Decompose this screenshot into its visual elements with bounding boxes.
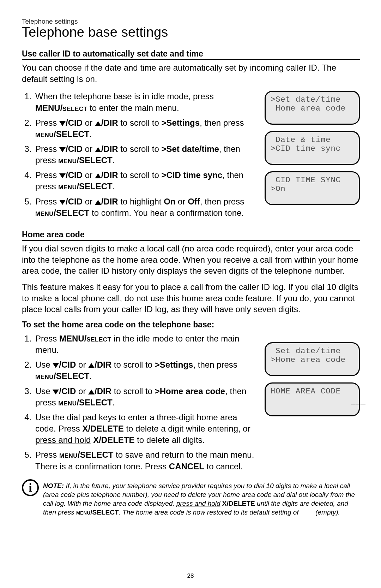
lcd-screen-5: HOME AREA CODE ___	[265, 382, 360, 416]
section2-para1: If you dial seven digits to make a local…	[22, 243, 360, 277]
xdelete-key: X/DELETE	[93, 435, 134, 445]
settings-menu: >Settings	[161, 118, 200, 127]
lcd-line: >CID time sync	[271, 144, 354, 153]
press-and-hold: press and hold	[35, 435, 91, 445]
text: to scroll to	[118, 170, 162, 180]
text: to delete a digit while entering, or	[124, 424, 250, 433]
text: .	[113, 182, 115, 191]
text: to highlight	[118, 197, 164, 206]
off-option: Off	[188, 197, 200, 206]
text: , then press	[200, 118, 244, 127]
select-key: /SELECT	[54, 129, 89, 139]
breadcrumb: Telephone settings	[22, 18, 360, 25]
arrow-up-icon	[95, 147, 101, 152]
text: Use	[35, 386, 53, 396]
section2-para2: This feature makes it easy for you to pl…	[22, 281, 360, 315]
text: . The home area code is now restored to …	[119, 509, 340, 516]
text: or	[76, 360, 88, 369]
lcd-screen-4: Set date/time >Home area code	[265, 342, 360, 376]
section1-intro: You can choose if the date and time are …	[22, 62, 360, 84]
menu-key: MENU/	[59, 334, 86, 343]
section1-steps: When the telephone base is in idle mode,…	[22, 91, 255, 219]
lcd-line: HOME AREA CODE	[271, 387, 354, 396]
text: .	[113, 398, 115, 407]
section2-steps: Press MENU/select in the idle mode to en…	[22, 333, 255, 472]
section-heading-caller-id: Use caller ID to automatically set date …	[22, 49, 360, 60]
menu-key: menu	[35, 371, 54, 381]
menu-key: menu	[35, 208, 54, 218]
text: , then press	[193, 360, 237, 369]
home-area-code-menu: >Home area code	[155, 386, 225, 396]
page-number: 28	[0, 572, 381, 580]
text: Use	[35, 360, 53, 369]
list-item: Press /CID or /DIR to scroll to >Setting…	[34, 117, 255, 140]
list-item: Use the dial pad keys to enter a three-d…	[34, 412, 255, 446]
menu-key: menu	[58, 398, 77, 407]
lcd-line: >Set date/time	[271, 95, 354, 104]
set-date-time-menu: >Set date/time	[161, 144, 219, 154]
arrow-down-icon	[59, 147, 66, 152]
on-option: On	[164, 197, 175, 206]
lcd-screen-3: CID TIME SYNC >On	[265, 171, 360, 205]
lcd-line: ___	[271, 396, 366, 406]
section-heading-home-area-code: Home area code	[22, 230, 360, 241]
menu-key: menu	[35, 129, 54, 139]
cid-key: /CID	[66, 144, 83, 154]
arrow-up-icon	[88, 390, 95, 394]
select-key: select	[86, 334, 111, 343]
arrow-down-icon	[53, 363, 59, 368]
text: Press	[35, 334, 59, 343]
text: to scroll to	[111, 386, 155, 396]
text: .	[89, 371, 92, 381]
cid-key: /CID	[59, 386, 76, 396]
text: to scroll to	[111, 360, 155, 369]
menu-key: MENU/	[35, 103, 62, 113]
select-key: /SELECT	[54, 371, 89, 381]
text: to scroll to	[118, 118, 162, 127]
list-item: Use /CID or /DIR to scroll to >Settings,…	[34, 359, 255, 382]
arrow-down-icon	[53, 390, 59, 394]
dir-key: /DIR	[101, 197, 118, 206]
dir-key: /DIR	[101, 118, 118, 127]
select-key: /SELECT	[54, 208, 89, 218]
text: When the telephone base is in idle mode,…	[35, 91, 214, 101]
cid-key: /CID	[66, 197, 83, 206]
cid-key: /CID	[66, 118, 83, 127]
note-block: i NOTE: If, in the future, your telephon…	[22, 481, 360, 517]
note-text: NOTE: If, in the future, your telephone …	[43, 481, 360, 517]
list-item: Press menu/SELECT to save and return to …	[34, 449, 255, 472]
arrow-up-icon	[88, 363, 95, 368]
lcd-screen-2: Date & time >CID time sync	[265, 131, 360, 165]
arrow-up-icon	[95, 173, 101, 178]
text: , then press	[200, 197, 244, 206]
text: Press	[35, 170, 59, 180]
text: Press	[35, 144, 59, 154]
dir-key: /DIR	[101, 170, 118, 180]
text: Press	[35, 118, 59, 127]
arrow-up-icon	[95, 121, 101, 126]
text: to confirm. You hear a confirmation tone…	[89, 208, 244, 218]
menu-key: menu	[58, 155, 77, 165]
text: to delete all digits.	[134, 435, 205, 445]
info-icon: i	[22, 479, 39, 496]
text: Press	[35, 450, 59, 459]
text: or	[76, 386, 88, 396]
text: or	[83, 144, 95, 154]
dir-key: /DIR	[95, 386, 111, 396]
lcd-line: Set date/time	[271, 347, 354, 356]
xdelete-key: X/DELETE	[220, 500, 255, 507]
arrow-up-icon	[95, 200, 101, 205]
text: to enter the main menu.	[87, 103, 179, 113]
list-item: Press /CID or /DIR to scroll to >Set dat…	[34, 143, 255, 166]
select-key: /SELECT	[77, 182, 112, 191]
list-item: Press /CID or /DIR to highlight On or Of…	[34, 196, 255, 219]
menu-key: menu	[58, 182, 77, 191]
text: to cancel.	[204, 462, 243, 471]
arrow-down-icon	[59, 121, 66, 126]
note-label: NOTE:	[43, 482, 64, 489]
dir-key: /DIR	[101, 144, 118, 154]
list-item: Use /CID or /DIR to scroll to >Home area…	[34, 386, 255, 408]
arrow-down-icon	[59, 200, 66, 205]
select-key: /SELECT	[77, 398, 112, 407]
lcd-line: Home area code	[271, 104, 354, 113]
